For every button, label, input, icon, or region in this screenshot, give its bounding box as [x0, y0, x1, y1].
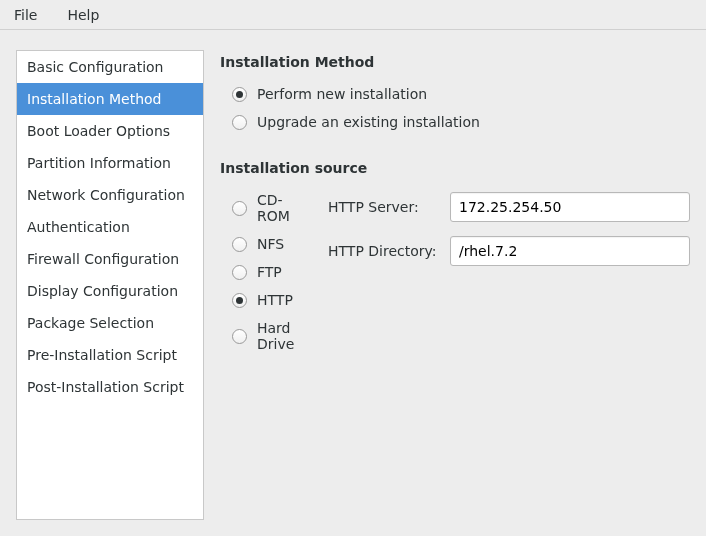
main-panel: Installation Method Perform new installa…	[220, 50, 690, 520]
input-http-directory[interactable]	[450, 236, 690, 266]
radio-row-upgrade-install[interactable]: Upgrade an existing installation	[232, 108, 690, 136]
sidebar-item-network-configuration[interactable]: Network Configuration	[17, 179, 203, 211]
menu-file[interactable]: File	[8, 3, 43, 27]
field-http-directory: HTTP Directory:	[328, 236, 690, 266]
radio-icon	[232, 87, 247, 102]
menu-help[interactable]: Help	[61, 3, 105, 27]
menubar: File Help	[0, 0, 706, 30]
sidebar: Basic Configuration Installation Method …	[16, 50, 204, 520]
radio-row-nfs[interactable]: NFS	[232, 230, 302, 258]
http-fields: HTTP Server: HTTP Directory:	[328, 186, 690, 280]
sidebar-item-partition-information[interactable]: Partition Information	[17, 147, 203, 179]
radio-label: HTTP	[257, 292, 293, 308]
input-http-server[interactable]	[450, 192, 690, 222]
sidebar-item-basic-configuration[interactable]: Basic Configuration	[17, 51, 203, 83]
content-area: Basic Configuration Installation Method …	[0, 30, 706, 536]
radio-icon	[232, 237, 247, 252]
radio-icon	[232, 115, 247, 130]
heading-installation-source: Installation source	[220, 160, 690, 176]
radio-label: FTP	[257, 264, 282, 280]
radio-label: Upgrade an existing installation	[257, 114, 480, 130]
label-http-server: HTTP Server:	[328, 199, 438, 215]
sidebar-item-boot-loader-options[interactable]: Boot Loader Options	[17, 115, 203, 147]
radio-label: NFS	[257, 236, 284, 252]
sidebar-item-package-selection[interactable]: Package Selection	[17, 307, 203, 339]
radio-icon	[232, 329, 247, 344]
heading-installation-method: Installation Method	[220, 54, 690, 70]
radio-icon	[232, 293, 247, 308]
radio-label: CD-ROM	[257, 192, 302, 224]
sidebar-item-firewall-configuration[interactable]: Firewall Configuration	[17, 243, 203, 275]
sidebar-item-pre-installation-script[interactable]: Pre-Installation Script	[17, 339, 203, 371]
sidebar-item-installation-method[interactable]: Installation Method	[17, 83, 203, 115]
radio-icon	[232, 265, 247, 280]
sidebar-item-post-installation-script[interactable]: Post-Installation Script	[17, 371, 203, 403]
radio-row-cdrom[interactable]: CD-ROM	[232, 186, 302, 230]
label-http-directory: HTTP Directory:	[328, 243, 438, 259]
radio-row-http[interactable]: HTTP	[232, 286, 302, 314]
radio-row-new-install[interactable]: Perform new installation	[232, 80, 690, 108]
radio-group-source: CD-ROM NFS FTP HTTP Hard Drive	[232, 186, 302, 358]
sidebar-item-display-configuration[interactable]: Display Configuration	[17, 275, 203, 307]
radio-icon	[232, 201, 247, 216]
field-http-server: HTTP Server:	[328, 192, 690, 222]
radio-group-method: Perform new installation Upgrade an exis…	[232, 80, 690, 136]
radio-label: Perform new installation	[257, 86, 427, 102]
radio-label: Hard Drive	[257, 320, 302, 352]
source-layout: CD-ROM NFS FTP HTTP Hard Drive	[220, 186, 690, 358]
radio-row-hard-drive[interactable]: Hard Drive	[232, 314, 302, 358]
radio-row-ftp[interactable]: FTP	[232, 258, 302, 286]
sidebar-item-authentication[interactable]: Authentication	[17, 211, 203, 243]
